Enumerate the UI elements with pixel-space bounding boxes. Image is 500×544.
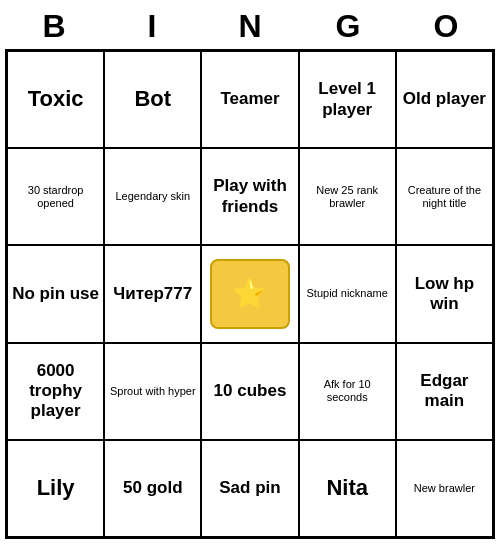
bingo-cell-10: No pin use [7,245,104,342]
bingo-cell-text-22: Sad pin [219,478,280,498]
bingo-cell-9: Creature of the night title [396,148,493,245]
letter-b: B [9,8,99,45]
bingo-cell-6: Legendary skin [104,148,201,245]
bingo-cell-17: 10 cubes [201,343,298,440]
bingo-cell-text-3: Level 1 player [304,79,391,120]
bingo-cell-16: Sprout with hyper [104,343,201,440]
bingo-cell-text-20: Lily [37,475,75,501]
bingo-cell-15: 6000 trophy player [7,343,104,440]
bingo-cell-1: Bot [104,51,201,148]
bingo-cell-23: Nita [299,440,396,537]
bingo-cell-text-21: 50 gold [123,478,183,498]
bingo-grid: ToxicBotTeamerLevel 1 playerOld player30… [5,49,495,539]
bingo-cell-2: Teamer [201,51,298,148]
bingo-cell-text-7: Play with friends [206,176,293,217]
bingo-cell-text-8: New 25 rank brawler [304,184,391,210]
bingo-cell-image: ⭐ [210,259,290,329]
bingo-cell-14: Low hp win [396,245,493,342]
bingo-cell-20: Lily [7,440,104,537]
bingo-cell-text-16: Sprout with hyper [110,385,196,398]
bingo-cell-19: Edgar main [396,343,493,440]
bingo-cell-0: Toxic [7,51,104,148]
bingo-cell-text-17: 10 cubes [214,381,287,401]
letter-n: N [205,8,295,45]
bingo-cell-text-11: Читер777 [113,284,192,304]
bingo-cell-4: Old player [396,51,493,148]
bingo-cell-text-6: Legendary skin [115,190,190,203]
bingo-cell-text-0: Toxic [28,86,84,112]
bingo-cell-22: Sad pin [201,440,298,537]
letter-g: G [303,8,393,45]
bingo-cell-7: Play with friends [201,148,298,245]
bingo-cell-text-5: 30 stardrop opened [12,184,99,210]
bingo-cell-text-24: New brawler [414,482,475,495]
bingo-cell-18: Afk for 10 seconds [299,343,396,440]
bingo-cell-21: 50 gold [104,440,201,537]
bingo-cell-13: Stupid nickname [299,245,396,342]
bingo-cell-text-15: 6000 trophy player [12,361,99,422]
bingo-cell-8: New 25 rank brawler [299,148,396,245]
bingo-cell-text-18: Afk for 10 seconds [304,378,391,404]
bingo-cell-3: Level 1 player [299,51,396,148]
bingo-title: B I N G O [5,0,495,49]
bingo-cell-text-14: Low hp win [401,274,488,315]
bingo-cell-text-23: Nita [326,475,368,501]
bingo-cell-text-1: Bot [134,86,171,112]
bingo-cell-text-19: Edgar main [401,371,488,412]
bingo-cell-12: ⭐ [201,245,298,342]
bingo-cell-11: Читер777 [104,245,201,342]
bingo-cell-text-9: Creature of the night title [401,184,488,210]
letter-i: I [107,8,197,45]
letter-o: O [401,8,491,45]
bingo-cell-text-2: Teamer [220,89,279,109]
bingo-cell-text-4: Old player [403,89,486,109]
bingo-cell-text-13: Stupid nickname [307,287,388,300]
bingo-cell-5: 30 stardrop opened [7,148,104,245]
bingo-cell-24: New brawler [396,440,493,537]
bingo-cell-text-10: No pin use [12,284,99,304]
